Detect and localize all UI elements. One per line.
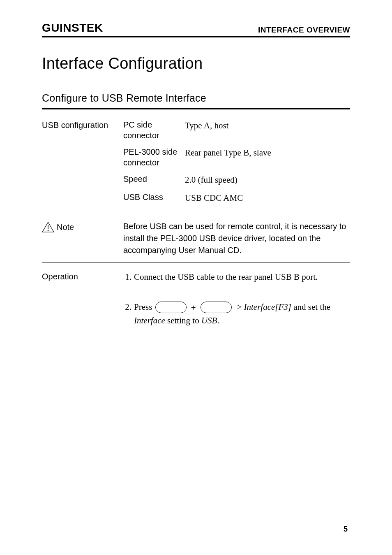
brand-logo: GUINSTEK xyxy=(42,21,103,35)
kv-key: Speed xyxy=(123,174,185,184)
kv-key: PEL-3000 side connector xyxy=(123,146,185,168)
list-item: 2. Press + > Interface[F3] and set the I… xyxy=(123,301,350,327)
plus-sign: + xyxy=(191,303,196,313)
warning-icon xyxy=(42,222,54,232)
table-row: PC side connector Type A, host xyxy=(123,119,350,141)
note-label: Note xyxy=(57,221,74,233)
page-number: 5 xyxy=(344,525,348,534)
table-row: USB Class USB CDC AMC xyxy=(123,192,350,204)
divider xyxy=(42,212,350,212)
usb-config-label: USB configuration xyxy=(42,119,123,131)
text-fragment: . xyxy=(217,316,219,325)
kv-val: USB CDC AMC xyxy=(185,192,350,204)
step-text: Press + > Interface[F3] and set the Inte… xyxy=(134,301,350,327)
interface-ref: Interface[F3] xyxy=(244,302,291,312)
text-fragment: > xyxy=(237,302,242,312)
operation-label: Operation xyxy=(42,271,123,282)
kv-val: Rear panel Type B, slave xyxy=(185,146,350,159)
kv-val: Type A, host xyxy=(185,119,350,132)
operation-block: Operation 1. Connect the USB cable to th… xyxy=(42,268,350,347)
list-item: 1. Connect the USB cable to the rear pan… xyxy=(123,271,350,284)
step-number: 1. xyxy=(123,271,134,283)
header-section-label: INTERFACE OVERVIEW xyxy=(258,26,350,35)
interface-word: Interface xyxy=(134,316,165,325)
note-block: Note Before USB can be used for remote c… xyxy=(42,218,350,259)
page-header: GUINSTEK INTERFACE OVERVIEW xyxy=(42,21,350,37)
step-text: Connect the USB cable to the rear panel … xyxy=(134,271,350,284)
section-heading: Configure to USB Remote Interface xyxy=(42,92,350,104)
kv-key: PC side connector xyxy=(123,119,185,141)
kv-key: USB Class xyxy=(123,192,185,202)
kv-val: 2.0 (full speed) xyxy=(185,174,350,186)
table-row: Speed 2.0 (full speed) xyxy=(123,174,350,186)
svg-point-2 xyxy=(48,230,49,231)
note-body: Before USB can be used for remote contro… xyxy=(123,221,350,256)
text-fragment: and set the xyxy=(291,302,330,312)
text-fragment: setting to xyxy=(165,316,201,325)
step-number: 2. xyxy=(123,301,134,313)
operation-steps: 1. Connect the USB cable to the rear pan… xyxy=(123,271,350,345)
section-rule xyxy=(42,108,350,109)
page-title: Interface Configuration xyxy=(42,55,350,72)
usb-config-table: PC side connector Type A, host PEL-3000 … xyxy=(123,119,350,206)
button-pill-icon xyxy=(155,302,187,313)
text-fragment: Press xyxy=(134,302,152,312)
table-row: PEL-3000 side connector Rear panel Type … xyxy=(123,146,350,168)
divider xyxy=(42,262,350,262)
usb-word: USB xyxy=(201,316,217,325)
usb-config-block: USB configuration PC side connector Type… xyxy=(42,117,350,209)
button-pill-icon xyxy=(201,302,232,313)
